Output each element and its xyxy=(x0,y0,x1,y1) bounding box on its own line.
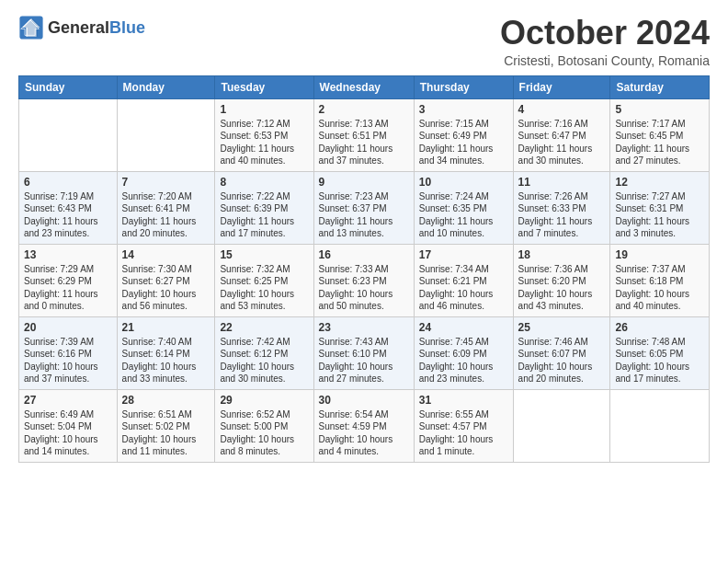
calendar: SundayMondayTuesdayWednesdayThursdayFrid… xyxy=(18,75,710,463)
day-number: 4 xyxy=(518,103,606,116)
cell-details: Sunrise: 7:15 AM Sunset: 6:49 PM Dayligh… xyxy=(419,118,508,167)
calendar-cell xyxy=(513,389,610,462)
calendar-week-row: 6Sunrise: 7:19 AM Sunset: 6:43 PM Daylig… xyxy=(19,171,710,244)
calendar-cell: 3Sunrise: 7:15 AM Sunset: 6:49 PM Daylig… xyxy=(414,98,513,171)
calendar-cell: 9Sunrise: 7:23 AM Sunset: 6:37 PM Daylig… xyxy=(313,171,414,244)
calendar-cell: 22Sunrise: 7:42 AM Sunset: 6:12 PM Dayli… xyxy=(215,316,313,389)
cell-details: Sunrise: 7:16 AM Sunset: 6:47 PM Dayligh… xyxy=(518,118,606,167)
day-number: 29 xyxy=(220,394,308,407)
day-number: 30 xyxy=(319,394,409,407)
calendar-cell: 13Sunrise: 7:29 AM Sunset: 6:29 PM Dayli… xyxy=(19,244,118,316)
cell-details: Sunrise: 7:46 AM Sunset: 6:07 PM Dayligh… xyxy=(518,336,606,385)
calendar-cell: 14Sunrise: 7:30 AM Sunset: 6:27 PM Dayli… xyxy=(117,244,215,316)
col-header-sunday: Sunday xyxy=(19,75,118,98)
header: GeneralBlue October 2024 Cristesti, Boto… xyxy=(18,15,710,68)
calendar-cell: 6Sunrise: 7:19 AM Sunset: 6:43 PM Daylig… xyxy=(19,171,118,244)
day-number: 20 xyxy=(24,321,112,334)
cell-details: Sunrise: 7:24 AM Sunset: 6:35 PM Dayligh… xyxy=(419,190,508,240)
cell-details: Sunrise: 6:54 AM Sunset: 4:59 PM Dayligh… xyxy=(319,408,409,458)
calendar-cell xyxy=(610,389,710,462)
cell-details: Sunrise: 7:42 AM Sunset: 6:12 PM Dayligh… xyxy=(220,336,308,385)
day-number: 15 xyxy=(220,248,308,261)
title-block: October 2024 Cristesti, Botosani County,… xyxy=(500,15,710,68)
calendar-cell: 5Sunrise: 7:17 AM Sunset: 6:45 PM Daylig… xyxy=(610,98,710,171)
day-number: 31 xyxy=(419,394,508,407)
calendar-cell: 16Sunrise: 7:33 AM Sunset: 6:23 PM Dayli… xyxy=(313,244,414,316)
col-header-saturday: Saturday xyxy=(610,75,710,98)
calendar-cell: 19Sunrise: 7:37 AM Sunset: 6:18 PM Dayli… xyxy=(610,244,710,316)
day-number: 1 xyxy=(220,103,308,116)
cell-details: Sunrise: 7:29 AM Sunset: 6:29 PM Dayligh… xyxy=(24,263,112,313)
cell-details: Sunrise: 7:48 AM Sunset: 6:05 PM Dayligh… xyxy=(615,336,704,385)
day-number: 9 xyxy=(319,176,409,189)
day-number: 25 xyxy=(518,321,606,334)
day-number: 18 xyxy=(518,248,606,261)
cell-details: Sunrise: 7:22 AM Sunset: 6:39 PM Dayligh… xyxy=(220,190,308,240)
day-number: 24 xyxy=(419,321,508,334)
calendar-cell: 12Sunrise: 7:27 AM Sunset: 6:31 PM Dayli… xyxy=(610,171,710,244)
calendar-week-row: 13Sunrise: 7:29 AM Sunset: 6:29 PM Dayli… xyxy=(19,244,710,316)
cell-details: Sunrise: 7:12 AM Sunset: 6:53 PM Dayligh… xyxy=(220,118,308,167)
day-number: 11 xyxy=(518,176,606,189)
cell-details: Sunrise: 7:40 AM Sunset: 6:14 PM Dayligh… xyxy=(122,336,210,385)
calendar-week-row: 1Sunrise: 7:12 AM Sunset: 6:53 PM Daylig… xyxy=(19,98,710,171)
calendar-week-row: 20Sunrise: 7:39 AM Sunset: 6:16 PM Dayli… xyxy=(19,316,710,389)
cell-details: Sunrise: 7:39 AM Sunset: 6:16 PM Dayligh… xyxy=(24,336,112,385)
calendar-cell: 23Sunrise: 7:43 AM Sunset: 6:10 PM Dayli… xyxy=(313,316,414,389)
calendar-cell: 29Sunrise: 6:52 AM Sunset: 5:00 PM Dayli… xyxy=(215,389,313,462)
cell-details: Sunrise: 7:23 AM Sunset: 6:37 PM Dayligh… xyxy=(319,190,409,240)
calendar-cell: 10Sunrise: 7:24 AM Sunset: 6:35 PM Dayli… xyxy=(414,171,513,244)
day-number: 27 xyxy=(24,394,112,407)
calendar-cell: 31Sunrise: 6:55 AM Sunset: 4:57 PM Dayli… xyxy=(414,389,513,462)
page: GeneralBlue October 2024 Cristesti, Boto… xyxy=(0,0,728,477)
cell-details: Sunrise: 7:37 AM Sunset: 6:18 PM Dayligh… xyxy=(615,263,704,313)
day-number: 7 xyxy=(122,176,210,189)
logo-text: GeneralBlue xyxy=(48,19,145,36)
day-number: 23 xyxy=(319,321,409,334)
cell-details: Sunrise: 7:26 AM Sunset: 6:33 PM Dayligh… xyxy=(518,190,606,240)
calendar-cell: 11Sunrise: 7:26 AM Sunset: 6:33 PM Dayli… xyxy=(513,171,610,244)
cell-details: Sunrise: 7:20 AM Sunset: 6:41 PM Dayligh… xyxy=(122,190,210,240)
day-number: 14 xyxy=(122,248,210,261)
cell-details: Sunrise: 7:30 AM Sunset: 6:27 PM Dayligh… xyxy=(122,263,210,313)
calendar-cell: 24Sunrise: 7:45 AM Sunset: 6:09 PM Dayli… xyxy=(414,316,513,389)
calendar-cell: 1Sunrise: 7:12 AM Sunset: 6:53 PM Daylig… xyxy=(215,98,313,171)
cell-details: Sunrise: 7:19 AM Sunset: 6:43 PM Dayligh… xyxy=(24,190,112,240)
calendar-cell: 18Sunrise: 7:36 AM Sunset: 6:20 PM Dayli… xyxy=(513,244,610,316)
day-number: 13 xyxy=(24,248,112,261)
day-number: 3 xyxy=(419,103,508,116)
col-header-wednesday: Wednesday xyxy=(313,75,414,98)
day-number: 8 xyxy=(220,176,308,189)
cell-details: Sunrise: 7:43 AM Sunset: 6:10 PM Dayligh… xyxy=(319,336,409,385)
cell-details: Sunrise: 7:32 AM Sunset: 6:25 PM Dayligh… xyxy=(220,263,308,313)
month-title: October 2024 xyxy=(500,15,710,52)
col-header-tuesday: Tuesday xyxy=(215,75,313,98)
col-header-thursday: Thursday xyxy=(414,75,513,98)
cell-details: Sunrise: 7:27 AM Sunset: 6:31 PM Dayligh… xyxy=(615,190,704,240)
calendar-cell: 2Sunrise: 7:13 AM Sunset: 6:51 PM Daylig… xyxy=(313,98,414,171)
day-number: 17 xyxy=(419,248,508,261)
calendar-cell: 17Sunrise: 7:34 AM Sunset: 6:21 PM Dayli… xyxy=(414,244,513,316)
col-header-monday: Monday xyxy=(117,75,215,98)
calendar-cell: 8Sunrise: 7:22 AM Sunset: 6:39 PM Daylig… xyxy=(215,171,313,244)
calendar-cell: 20Sunrise: 7:39 AM Sunset: 6:16 PM Dayli… xyxy=(19,316,118,389)
day-number: 19 xyxy=(615,248,704,261)
day-number: 26 xyxy=(615,321,704,334)
cell-details: Sunrise: 6:49 AM Sunset: 5:04 PM Dayligh… xyxy=(24,408,112,458)
calendar-cell: 21Sunrise: 7:40 AM Sunset: 6:14 PM Dayli… xyxy=(117,316,215,389)
cell-details: Sunrise: 7:45 AM Sunset: 6:09 PM Dayligh… xyxy=(419,336,508,385)
cell-details: Sunrise: 6:51 AM Sunset: 5:02 PM Dayligh… xyxy=(122,408,210,458)
day-number: 10 xyxy=(419,176,508,189)
col-header-friday: Friday xyxy=(513,75,610,98)
calendar-cell: 26Sunrise: 7:48 AM Sunset: 6:05 PM Dayli… xyxy=(610,316,710,389)
calendar-week-row: 27Sunrise: 6:49 AM Sunset: 5:04 PM Dayli… xyxy=(19,389,710,462)
logo: GeneralBlue xyxy=(18,15,145,40)
calendar-cell xyxy=(19,98,118,171)
cell-details: Sunrise: 7:17 AM Sunset: 6:45 PM Dayligh… xyxy=(615,118,704,167)
calendar-header-row: SundayMondayTuesdayWednesdayThursdayFrid… xyxy=(19,75,710,98)
calendar-cell xyxy=(117,98,215,171)
subtitle: Cristesti, Botosani County, Romania xyxy=(500,53,710,68)
logo-general: General xyxy=(48,18,109,37)
day-number: 2 xyxy=(319,103,409,116)
calendar-cell: 30Sunrise: 6:54 AM Sunset: 4:59 PM Dayli… xyxy=(313,389,414,462)
